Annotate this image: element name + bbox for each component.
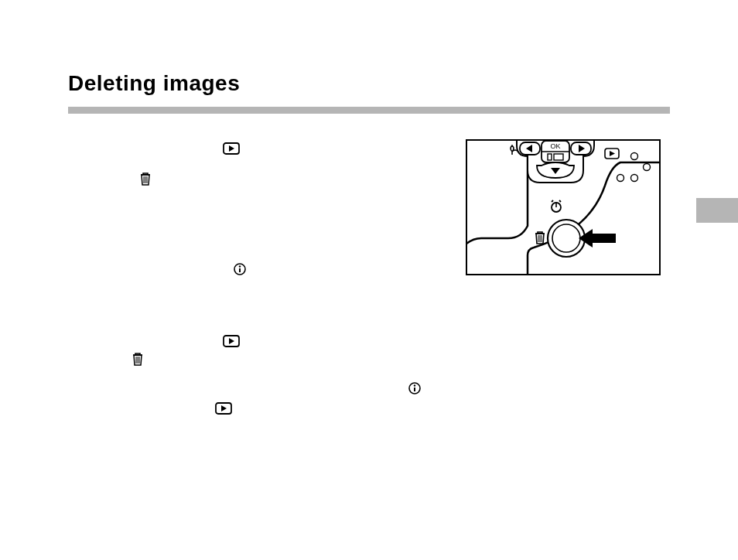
right-arrow-button	[571, 142, 591, 155]
svg-marker-17	[221, 405, 227, 411]
svg-point-6	[239, 265, 241, 267]
playback-icon	[215, 402, 232, 415]
svg-rect-43	[593, 234, 616, 243]
down-arrow-button	[537, 162, 574, 178]
left-arrow-button	[520, 142, 540, 155]
info-icon	[234, 263, 246, 275]
svg-point-14	[414, 384, 415, 386]
playback-icon	[223, 142, 240, 155]
svg-marker-1	[229, 145, 234, 152]
trash-icon	[139, 172, 152, 186]
info-icon	[408, 382, 421, 394]
svg-rect-15	[414, 388, 415, 391]
svg-point-39	[552, 224, 580, 252]
svg-marker-9	[229, 338, 234, 344]
camera-back-diagram: OK	[466, 139, 661, 275]
playback-icon	[223, 335, 240, 347]
page-title: Deleting images	[68, 71, 240, 96]
ok-label: OK	[550, 142, 560, 150]
svg-rect-7	[239, 268, 241, 272]
side-tab	[696, 198, 738, 223]
trash-icon	[132, 352, 144, 366]
trash-icon	[535, 232, 545, 244]
title-underline	[68, 107, 670, 114]
